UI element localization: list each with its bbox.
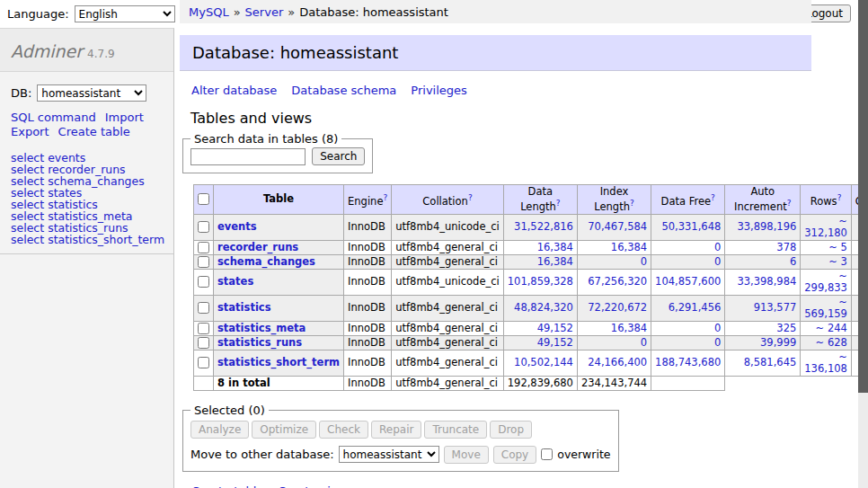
table-name-link[interactable]: statistics_meta	[217, 322, 306, 334]
analyze-button[interactable]: Analyze	[190, 421, 249, 439]
data-free-link[interactable]: 0	[714, 255, 721, 268]
breadcrumb-server-link[interactable]: Server	[245, 5, 284, 19]
index-length-link[interactable]: 72,220,672	[588, 301, 647, 314]
table-name-link[interactable]: recorder_runs	[217, 241, 298, 253]
tables-heading: Tables and views	[190, 110, 863, 127]
row-checkbox[interactable]	[198, 276, 209, 288]
create-table-link[interactable]: Create table	[191, 484, 263, 488]
column-header-collation: Collation?	[392, 185, 504, 215]
auto-increment-link[interactable]: 913,577	[754, 301, 797, 314]
select-link[interactable]: select	[11, 233, 44, 246]
index-length-link[interactable]: 70,467,584	[588, 220, 647, 233]
rows-link[interactable]: ~ 136,108	[804, 350, 847, 375]
index-length-link[interactable]: 24,166,400	[588, 356, 647, 368]
data-free-link[interactable]: 0	[714, 241, 721, 253]
rows-cell: ~ 312,180	[801, 214, 852, 240]
help-link[interactable]: ?	[787, 199, 792, 208]
rows-link[interactable]: ~ 3	[828, 255, 847, 268]
help-link[interactable]: ?	[630, 199, 634, 208]
create-view-link[interactable]: Create view	[278, 484, 347, 488]
data-length-link[interactable]: 101,859,328	[508, 275, 573, 288]
data-length-link[interactable]: 16,384	[537, 255, 573, 268]
search-button[interactable]: Search	[312, 147, 365, 165]
data-free-link[interactable]: 0	[714, 336, 721, 349]
help-link[interactable]: ?	[556, 199, 561, 208]
table-name-link[interactable]: states	[217, 275, 253, 288]
table-name-link[interactable]: statistics_runs	[217, 336, 302, 349]
overwrite-checkbox[interactable]	[541, 448, 553, 460]
table-name-link[interactable]: statistics_short_term	[217, 356, 340, 368]
data-free-link[interactable]: 104,857,600	[655, 275, 721, 288]
breadcrumb-mysql-link[interactable]: MySQL	[189, 5, 229, 19]
auto-increment-link[interactable]: 39,999	[760, 336, 796, 349]
table-name-link[interactable]: statistics	[217, 301, 271, 314]
help-link[interactable]: ?	[711, 193, 715, 202]
data-length-link[interactable]: 48,824,320	[514, 301, 573, 314]
create-table-sidebar-link[interactable]: Create table	[58, 125, 130, 138]
rows-link[interactable]: ~ 312,180	[804, 215, 847, 239]
rows-link[interactable]: ~ 569,159	[804, 296, 847, 320]
data-free-link[interactable]: 50,331,648	[661, 220, 721, 233]
data-free-link[interactable]: 188,743,680	[655, 356, 721, 368]
move-db-select[interactable]: homeassistant	[339, 446, 439, 463]
rows-link[interactable]: ~ 299,833	[804, 270, 847, 294]
index-length-link[interactable]: 67,256,320	[588, 275, 647, 288]
auto-increment-link[interactable]: 33,398,984	[737, 275, 796, 288]
auto-increment-link[interactable]: 325	[776, 322, 796, 334]
index-length-link[interactable]: 16,384	[611, 241, 647, 253]
database-schema-link[interactable]: Database schema	[291, 84, 396, 97]
auto-increment-link[interactable]: 378	[776, 241, 796, 253]
row-checkbox[interactable]	[198, 357, 209, 368]
data-length-link[interactable]: 49,152	[537, 336, 573, 349]
data-length-link[interactable]: 16,384	[537, 241, 573, 253]
vertical-scrollbar[interactable]	[858, 0, 868, 488]
row-checkbox[interactable]	[198, 221, 209, 233]
table-name-link[interactable]: events	[217, 220, 257, 233]
privileges-link[interactable]: Privileges	[411, 84, 467, 97]
data-length-link[interactable]: 10,502,144	[514, 356, 573, 368]
db-select[interactable]: homeassistant	[37, 84, 146, 102]
index-length-link[interactable]: 0	[641, 255, 647, 268]
index-length-link[interactable]: 0	[641, 336, 647, 349]
help-link[interactable]: ?	[383, 193, 387, 202]
table-name-cell: schema_changes	[214, 254, 344, 269]
scrollbar-thumb[interactable]	[858, 0, 868, 393]
sql-command-link[interactable]: SQL command	[11, 111, 96, 124]
help-link[interactable]: ?	[468, 193, 473, 202]
truncate-button[interactable]: Truncate	[424, 421, 487, 439]
data-free-link[interactable]: 0	[714, 322, 721, 334]
import-link[interactable]: Import	[105, 111, 144, 124]
copy-button[interactable]: Copy	[493, 446, 536, 464]
alter-database-link[interactable]: Alter database	[191, 84, 277, 97]
optimize-button[interactable]: Optimize	[252, 421, 316, 439]
auto-increment-link[interactable]: 8,581,645	[744, 356, 797, 368]
engine-cell: InnoDB	[344, 240, 392, 254]
drop-button[interactable]: Drop	[490, 421, 532, 439]
table-name-link[interactable]: schema_changes	[217, 255, 315, 268]
help-link[interactable]: ?	[837, 193, 842, 202]
search-input[interactable]	[190, 148, 306, 165]
row-checkbox[interactable]	[198, 256, 209, 268]
rows-link[interactable]: ~ 244	[816, 322, 847, 334]
row-checkbox[interactable]	[198, 302, 209, 314]
row-checkbox[interactable]	[198, 242, 209, 253]
data-length-link[interactable]: 49,152	[537, 322, 573, 334]
data-length-link[interactable]: 31,522,816	[514, 220, 573, 233]
auto-increment-link[interactable]: 6	[790, 255, 796, 268]
row-checkbox[interactable]	[198, 323, 209, 334]
data-free-cell: 0	[651, 254, 725, 269]
data-free-link[interactable]: 6,291,456	[669, 301, 722, 314]
export-link[interactable]: Export	[11, 125, 49, 138]
row-checkbox[interactable]	[198, 337, 209, 349]
repair-button[interactable]: Repair	[371, 421, 421, 439]
rows-link[interactable]: ~ 5	[828, 241, 847, 253]
language-select[interactable]: English	[75, 5, 175, 22]
index-length-link[interactable]: 16,384	[611, 322, 647, 334]
auto-increment-link[interactable]: 33,898,196	[737, 220, 796, 233]
select-all-checkbox[interactable]	[198, 193, 209, 205]
app-name-link[interactable]: Adminer	[11, 41, 83, 61]
rows-link[interactable]: ~ 628	[816, 336, 847, 349]
table-link[interactable]: statistics_short_term	[48, 233, 164, 246]
move-button[interactable]: Move	[444, 446, 489, 464]
check-button[interactable]: Check	[319, 421, 368, 439]
